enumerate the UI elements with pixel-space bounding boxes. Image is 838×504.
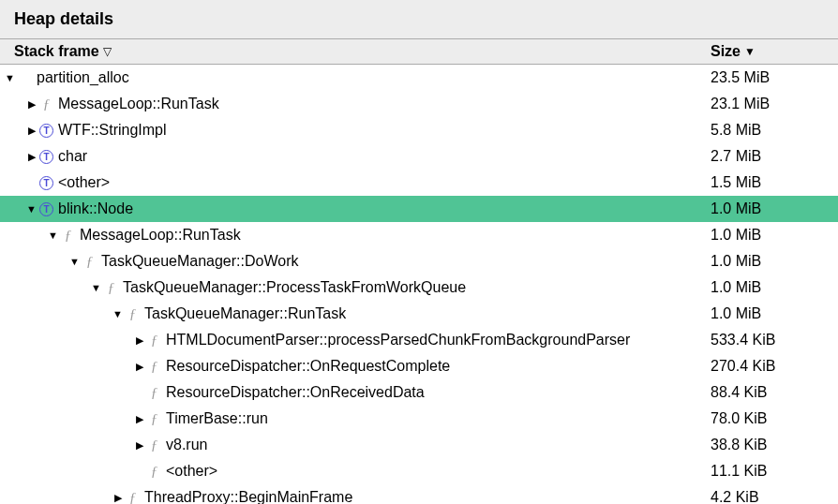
type-icon: [39, 202, 53, 216]
tree-row-label: MessageLoop::RunTask: [58, 96, 219, 112]
collapse-icon[interactable]: ▼: [91, 283, 101, 293]
collapse-icon[interactable]: ▼: [112, 309, 123, 319]
tree-row-size: 2.7 MiB: [711, 148, 838, 165]
type-icon: [39, 124, 53, 138]
tree-row[interactable]: ▶ƒResourceDispatcher::OnReceivedData88.4…: [0, 379, 838, 406]
tree-row[interactable]: ▶<other>1.5 MiB: [0, 170, 838, 196]
tree-row[interactable]: ▼ƒTaskQueueManager::DoWork1.0 MiB: [0, 248, 838, 274]
collapse-icon[interactable]: ▼: [26, 204, 37, 215]
tree-row[interactable]: ▶ƒThreadProxy::BeginMainFrame4.2 KiB: [0, 484, 838, 504]
column-name-label: Stack frame: [14, 43, 99, 60]
function-icon: ƒ: [147, 386, 161, 400]
tree-row-size: 533.4 KiB: [711, 332, 838, 348]
expand-icon[interactable]: ▶: [134, 362, 144, 372]
tree-row-size: 11.1 KiB: [711, 463, 838, 480]
panel-title: Heap details: [0, 0, 838, 39]
tree-row[interactable]: ▶char2.7 MiB: [0, 143, 838, 170]
column-header-name[interactable]: Stack frame ▽: [0, 43, 711, 60]
tree-row-label: TaskQueueManager::DoWork: [101, 253, 298, 270]
tree-row-label: TaskQueueManager::RunTask: [144, 305, 346, 322]
tree-row-size: 88.4 KiB: [711, 384, 838, 401]
tree-row-label: ThreadProxy::BeginMainFrame: [144, 489, 352, 504]
tree-row-size: 38.8 KiB: [711, 437, 838, 453]
tree-row-label: <other>: [166, 463, 217, 480]
tree-row[interactable]: ▼ƒTaskQueueManager::ProcessTaskFromWorkQ…: [0, 274, 838, 301]
tree-row-size: 4.2 KiB: [711, 489, 838, 504]
tree-row-label: WTF::StringImpl: [58, 122, 167, 139]
tree-row-size: 1.0 MiB: [711, 253, 838, 270]
function-icon: ƒ: [61, 229, 75, 243]
function-icon: ƒ: [104, 281, 118, 295]
tree-row-label: partition_alloc: [37, 69, 129, 86]
function-icon: ƒ: [147, 334, 161, 348]
table-header: Stack frame ▽ Size ▼: [0, 39, 838, 65]
collapse-icon[interactable]: ▼: [69, 257, 80, 267]
tree-row-size: 23.1 MiB: [711, 96, 838, 112]
tree-row[interactable]: ▶ƒResourceDispatcher::OnRequestComplete2…: [0, 353, 838, 379]
expand-icon[interactable]: ▶: [26, 126, 37, 136]
tree-row-label: ResourceDispatcher::OnReceivedData: [166, 384, 425, 401]
tree-row[interactable]: ▶ƒTimerBase::run78.0 KiB: [0, 406, 838, 432]
function-icon: ƒ: [82, 255, 97, 269]
tree-row-size: 270.4 KiB: [711, 358, 838, 375]
column-size-label: Size: [711, 43, 741, 60]
expand-icon[interactable]: ▶: [112, 493, 123, 503]
tree-row[interactable]: ▼ƒMessageLoop::RunTask1.0 MiB: [0, 222, 838, 248]
tree-row-size: 1.5 MiB: [711, 174, 838, 191]
type-icon: [39, 176, 53, 190]
tree-row-size: 5.8 MiB: [711, 122, 838, 139]
tree-row-size: 1.0 MiB: [711, 200, 838, 217]
collapse-icon[interactable]: ▼: [5, 73, 15, 83]
expand-icon[interactable]: ▶: [26, 99, 37, 110]
tree-row-size: 1.0 MiB: [711, 305, 838, 322]
column-header-size[interactable]: Size ▼: [711, 43, 838, 60]
tree-row-label: v8.run: [166, 437, 207, 453]
tree-row-label: blink::Node: [58, 200, 133, 217]
expand-icon[interactable]: ▶: [26, 152, 37, 162]
tree-row[interactable]: ▼ƒTaskQueueManager::RunTask1.0 MiB: [0, 301, 838, 327]
tree-row-label: char: [58, 148, 87, 165]
tree-row-label: <other>: [58, 174, 110, 191]
type-icon: [39, 150, 53, 164]
expand-icon[interactable]: ▶: [134, 335, 144, 346]
tree-row[interactable]: ▼blink::Node1.0 MiB: [0, 196, 838, 222]
tree-row[interactable]: ▶ƒMessageLoop::RunTask23.1 MiB: [0, 91, 838, 117]
tree-row[interactable]: ▼partition_alloc23.5 MiB: [0, 65, 838, 91]
tree-row-size: 1.0 MiB: [711, 279, 838, 296]
tree-row-label: ResourceDispatcher::OnRequestComplete: [166, 358, 450, 375]
function-icon: ƒ: [147, 465, 161, 479]
sort-indicator-icon: ▽: [103, 45, 112, 58]
collapse-icon[interactable]: ▼: [48, 230, 58, 241]
expand-icon[interactable]: ▶: [134, 440, 144, 451]
tree-row-label: HTMLDocumentParser::processParsedChunkFr…: [166, 332, 630, 348]
tree-row-label: MessageLoop::RunTask: [80, 227, 241, 244]
function-icon: ƒ: [126, 307, 140, 321]
function-icon: ƒ: [39, 97, 53, 111]
tree-body: ▼partition_alloc23.5 MiB▶ƒMessageLoop::R…: [0, 65, 838, 504]
tree-row-size: 23.5 MiB: [711, 69, 838, 86]
function-icon: ƒ: [147, 412, 161, 426]
expand-icon[interactable]: ▶: [134, 414, 144, 424]
tree-row[interactable]: ▶ƒHTMLDocumentParser::processParsedChunk…: [0, 327, 838, 353]
tree-row-size: 78.0 KiB: [711, 410, 838, 427]
function-icon: ƒ: [126, 491, 140, 505]
tree-row[interactable]: ▶ƒ<other>11.1 KiB: [0, 458, 838, 484]
tree-row-label: TaskQueueManager::ProcessTaskFromWorkQue…: [123, 279, 466, 296]
tree-row-size: 1.0 MiB: [711, 227, 838, 244]
function-icon: ƒ: [147, 438, 161, 452]
function-icon: ƒ: [147, 360, 161, 374]
sort-indicator-icon: ▼: [744, 45, 756, 58]
tree-row[interactable]: ▶WTF::StringImpl5.8 MiB: [0, 117, 838, 143]
tree-row[interactable]: ▶ƒv8.run38.8 KiB: [0, 432, 838, 458]
tree-row-label: TimerBase::run: [166, 410, 268, 427]
